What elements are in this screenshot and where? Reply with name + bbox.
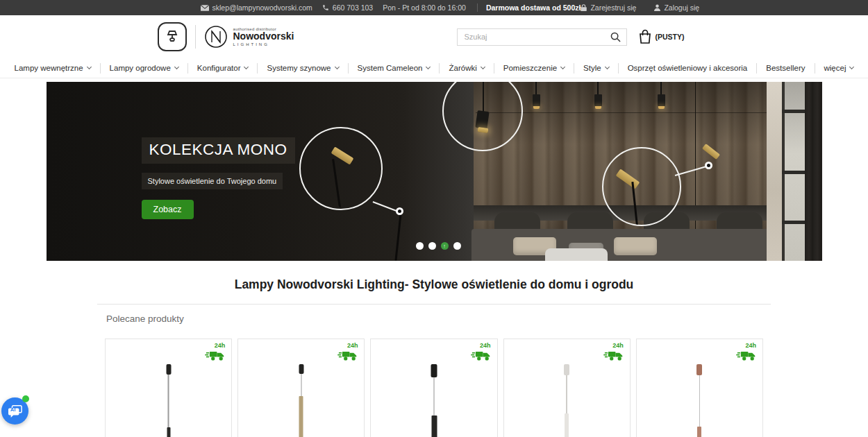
delivery-24h-badge: 24h [736, 343, 757, 361]
header: authorised distributor Nowodvorski LIGHT… [0, 15, 868, 58]
main-navigation: Lampy wewnętrzne Lampy ogrodowe Konfigur… [0, 58, 868, 78]
light-plank [767, 82, 782, 261]
hero-cta-button[interactable]: Zobacz [142, 200, 194, 219]
pendant-lamp [594, 82, 602, 109]
carousel-dot-3[interactable]: ↑ [441, 242, 449, 250]
chat-ai-label: AI [10, 406, 16, 413]
topbar-phone-link[interactable]: 660 703 103 [322, 3, 373, 12]
delivery-truck-icon [337, 349, 358, 361]
brand-name: Nowodvorski [233, 31, 294, 42]
hero-carousel: KOLEKCJA MONO Stylowe oświetlenie do Two… [47, 82, 822, 261]
floor-lamp-pole [394, 214, 401, 261]
sofa-pillow [614, 237, 657, 255]
delivery-24h-badge: 24h [603, 343, 624, 361]
pendant-lamp [658, 82, 665, 109]
carousel-dot-4[interactable] [453, 242, 461, 250]
chevron-down-icon [481, 65, 485, 69]
carousel-dots: ↑ [416, 242, 461, 250]
product-image-pendant-lamp [696, 364, 702, 437]
chevron-down-icon [849, 65, 854, 69]
product-card[interactable]: 24h [370, 339, 497, 437]
delivery-truck-icon [603, 349, 624, 361]
product-image-pendant-lamp [564, 364, 569, 437]
brand[interactable]: authorised distributor Nowodvorski LIGHT… [158, 22, 294, 51]
nowodvorski-mark-icon [204, 25, 228, 49]
product-card[interactable]: 24h [105, 339, 232, 437]
window-frame-bar [782, 171, 805, 174]
envelope-icon [201, 5, 209, 11]
chevron-down-icon [244, 65, 249, 69]
delivery-24h-badge: 24h [205, 343, 226, 361]
topbar-phone-text: 660 703 103 [333, 3, 373, 12]
login-link[interactable]: Zaloguj się [654, 3, 699, 12]
floor-lamp-cord [695, 82, 696, 252]
phone-icon [322, 4, 329, 11]
hero-title: KOLEKCJA MONO [142, 137, 295, 164]
delivery-truck-icon [736, 349, 757, 361]
shop-logo-icon [158, 22, 187, 51]
delivery-truck-icon [205, 349, 226, 361]
hotspot-dot[interactable] [396, 207, 403, 215]
search-icon [610, 32, 621, 42]
pendant-lamp [533, 82, 540, 109]
cart-status: (PUSTY) [656, 33, 685, 41]
chevron-down-icon [334, 65, 339, 69]
carousel-dot-2[interactable] [428, 242, 436, 250]
nav-item-zarowki[interactable]: Żarówki [440, 64, 493, 72]
featured-products-section: Polecane produkty 24h 24h 24h [97, 304, 771, 437]
ai-chat-button[interactable]: AI [1, 397, 28, 425]
nav-item-systemy-szynowe[interactable]: Systemy szynowe [258, 64, 347, 72]
nav-item-pomieszczenie[interactable]: Pomieszczenie [494, 64, 574, 72]
search-button[interactable] [606, 29, 626, 45]
dark-wood-column [805, 82, 822, 261]
product-image-pendant-lamp [431, 364, 437, 437]
nav-item-style[interactable]: Style [574, 64, 618, 72]
cart-button[interactable]: (PUSTY) [638, 29, 685, 44]
register-link[interactable]: Zarejestruj się [581, 3, 636, 12]
delivery-24h-badge: 24h [471, 343, 492, 361]
nav-item-system-cameleon[interactable]: System Cameleon [349, 64, 440, 72]
product-card[interactable]: 24h [503, 339, 631, 437]
nav-item-wiecej[interactable]: więcej [815, 64, 863, 72]
nav-item-lampy-wewnetrzne[interactable]: Lampy wewnętrzne [6, 64, 100, 72]
window-frame-bar [782, 221, 805, 224]
product-card[interactable]: 24h [636, 339, 763, 437]
product-grid: 24h 24h 24h 24h [105, 339, 763, 437]
login-text: Zaloguj się [664, 3, 699, 12]
cart-bag-icon [638, 29, 652, 44]
window-frame-bar [782, 110, 805, 113]
topbar: sklep@lampynowodvorski.com 660 703 103 P… [0, 0, 868, 15]
delivery-24h-badge: 24h [337, 343, 358, 361]
brand-sub: LIGHTING [233, 42, 294, 47]
topbar-email-link[interactable]: sklep@lampynowodvorski.com [201, 3, 312, 12]
search-box [457, 28, 627, 46]
chevron-down-icon [605, 65, 610, 69]
page-title: Lampy Nowodvorski Lighting- Stylowe oświ… [0, 277, 868, 292]
nav-item-konfigurator[interactable]: Konfigurator [188, 64, 258, 72]
hero-subtitle: Stylowe oświetlenie do Twojego domu [142, 173, 283, 189]
highlight-circle [299, 127, 383, 210]
chevron-down-icon [560, 65, 565, 69]
product-card[interactable]: 24h [237, 339, 365, 437]
chevron-down-icon [174, 65, 179, 69]
online-status-dot [22, 395, 29, 402]
sofa-blanket [545, 248, 608, 261]
delivery-truck-icon [471, 349, 492, 361]
topbar-email-text: sklep@lampynowodvorski.com [212, 3, 312, 12]
hotspot-dot[interactable] [705, 162, 712, 169]
user-icon [654, 4, 660, 11]
product-image-pendant-lamp [299, 364, 303, 437]
chevron-down-icon [426, 65, 431, 69]
divider [195, 25, 196, 49]
highlight-circle [602, 147, 681, 226]
nav-item-osprzet[interactable]: Osprzęt oświetleniowy i akcesoria [619, 64, 757, 72]
product-image-pendant-lamp [166, 364, 171, 437]
nav-item-bestsellery[interactable]: Bestsellery [757, 64, 814, 72]
nowodvorski-logo: authorised distributor Nowodvorski LIGHT… [204, 25, 294, 49]
section-title: Polecane produkty [106, 314, 763, 324]
chevron-down-icon [87, 65, 92, 69]
search-input[interactable] [458, 33, 606, 41]
nav-item-lampy-ogrodowe[interactable]: Lampy ogrodowe [101, 64, 187, 72]
lock-icon [581, 4, 587, 11]
carousel-dot-1[interactable] [416, 242, 424, 250]
